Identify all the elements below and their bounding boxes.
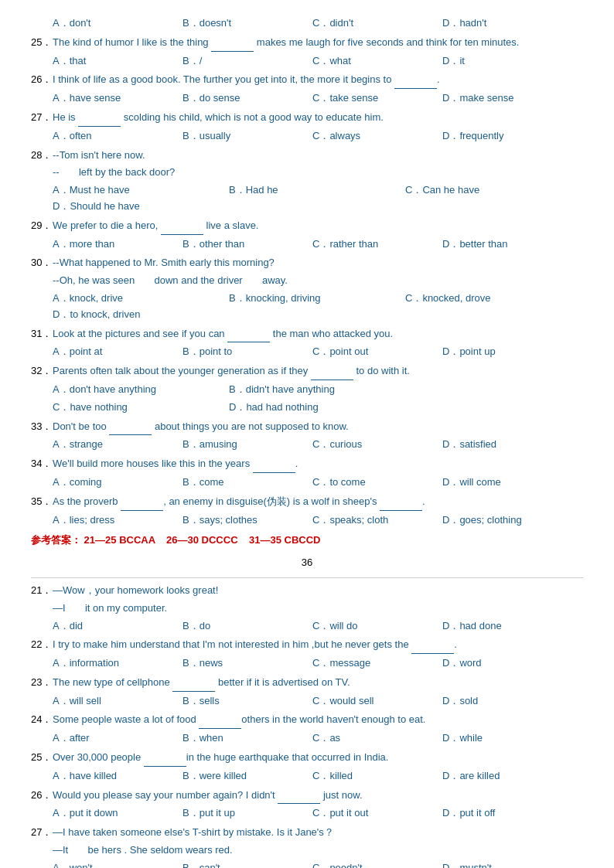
option-b: B．come	[182, 475, 306, 491]
option-d: D．are killed	[442, 768, 566, 785]
option-d: D．frequently	[442, 128, 566, 145]
question-28-top-2: -- left by the back door?	[53, 165, 583, 181]
question-25-bottom: 25． Over 30,000 people in the huge earth…	[31, 750, 583, 767]
option-c: C．as	[312, 730, 436, 747]
option-c: C．killed	[312, 768, 436, 785]
option-a: A．after	[53, 730, 176, 747]
option-a: A．lies; dress	[53, 512, 176, 529]
option-b: B．amusing	[182, 437, 306, 453]
option-b: B．/	[182, 53, 306, 70]
option-c: C．message	[312, 655, 436, 672]
option-a: A．that	[53, 53, 176, 70]
option-c: C．will do	[312, 618, 436, 635]
option-b: B．when	[182, 730, 306, 747]
option-a: A．information	[53, 655, 176, 672]
option-d: D．had had nothing	[229, 400, 399, 416]
option-a: A．coming	[53, 475, 176, 491]
question-33-top: 33． Don't be too about things you are no…	[31, 419, 583, 436]
option-b: B．Had he	[229, 182, 399, 199]
option-b: B．were killed	[182, 768, 306, 785]
option-c: C．knocked, drove	[405, 291, 575, 307]
option-a: A．point at	[53, 344, 176, 360]
option-b: B．says; clothes	[182, 512, 306, 529]
page-number-top: 36	[31, 555, 583, 571]
option-b: B．doesn't	[182, 15, 306, 32]
option-c: C．Can he have	[405, 182, 575, 199]
option-b: B．news	[182, 655, 306, 672]
option-a: A．more than	[53, 237, 176, 253]
option-c: C．have nothing	[53, 400, 223, 416]
question-28-top-1: 28． --Tom isn't here now.	[31, 148, 583, 164]
option-a: A．don't	[53, 15, 176, 32]
option-d: D．to knock, driven	[53, 307, 223, 323]
option-a: A．Must he have	[53, 182, 223, 199]
option-b: B．other than	[182, 237, 306, 253]
option-d: D．had done	[442, 618, 566, 635]
option-b: B．do sense	[182, 90, 306, 107]
question-25-top: 25． The kind of humor I like is the thin…	[31, 35, 583, 52]
option-c: C．needn't	[312, 860, 436, 868]
option-d: D．mustn't	[442, 860, 566, 868]
question-21-bottom: 21． —Wow，your homework looks great!	[31, 583, 583, 599]
option-a: A．don't have anything	[53, 382, 223, 398]
option-b: B．usually	[182, 128, 306, 145]
option-b: B．knocking, driving	[229, 291, 399, 307]
option-a: A．strange	[53, 437, 176, 453]
option-c: C．curious	[312, 437, 436, 453]
question-30-top-1: 30． --What happened to Mr. Smith early t…	[31, 255, 583, 271]
question-34-top: 34． We'll build more houses like this in…	[31, 456, 583, 473]
option-c: C．didn't	[312, 15, 436, 32]
option-b: B．sells	[182, 693, 306, 710]
option-d: D．point up	[442, 344, 566, 360]
option-d: D．it	[442, 53, 566, 70]
option-c: C．always	[312, 128, 436, 145]
option-c: C．rather than	[312, 237, 436, 253]
option-c: C．what	[312, 53, 436, 70]
option-d: D．word	[442, 655, 566, 672]
option-a: A．won't	[53, 860, 176, 868]
option-a: A．put it down	[53, 805, 176, 822]
option-a: A．have killed	[53, 768, 176, 785]
option-d: D．put it off	[442, 805, 566, 822]
question-24-bottom: 24． Some people waste a lot of food othe…	[31, 712, 583, 729]
question-30-top-2: --Oh, he was seen down and the driver aw…	[53, 273, 583, 289]
answer-section: 参考答案： 21—25 BCCAA 26—30 DCCCC 31—35 CBCC…	[31, 533, 583, 549]
question-35-top: 35． As the proverb , an enemy in disguis…	[31, 494, 583, 511]
option-c: C．would sell	[312, 693, 436, 710]
option-c: C．take sense	[312, 90, 436, 107]
option-a: A．have sense	[53, 90, 176, 107]
option-d: D．sold	[442, 693, 566, 710]
option-a: A．will sell	[53, 693, 176, 710]
question-27-bottom-1: 27． —I have taken someone else's T-shirt…	[31, 825, 583, 841]
option-b: B．didn't have anything	[229, 382, 399, 398]
option-d: D．hadn't	[442, 15, 566, 32]
question-26-bottom: 26． Would you please say your number aga…	[31, 788, 583, 805]
option-d: D．will come	[442, 475, 566, 491]
question-32-top: 32． Parents often talk about the younger…	[31, 363, 583, 380]
option-d: D．Should he have	[53, 199, 223, 215]
option-c: C．speaks; cloth	[312, 512, 436, 529]
option-d: D．make sense	[442, 90, 566, 107]
option-a: A．did	[53, 618, 176, 635]
option-d: D．better than	[442, 237, 566, 253]
option-b: B．point to	[182, 344, 306, 360]
question-21-bottom-2: —I it on my computer.	[53, 601, 583, 617]
option-a: A．often	[53, 128, 176, 145]
option-a: A．knock, drive	[53, 291, 223, 307]
option-d: D．while	[442, 730, 566, 747]
option-c: C．point out	[312, 344, 436, 360]
option-b: B．can't	[182, 860, 306, 868]
option-d: D．satisfied	[442, 437, 566, 453]
question-31-top: 31． Look at the pictures and see if you …	[31, 326, 583, 343]
question-27-top: 27． He is scolding his child, which is n…	[31, 110, 583, 127]
question-23-bottom: 23． The new type of cellphone better if …	[31, 675, 583, 692]
option-b: B．put it up	[182, 805, 306, 822]
question-22-bottom: 22． I try to make him understand that I'…	[31, 637, 583, 654]
question-26-top: 26． I think of life as a good book. The …	[31, 72, 583, 89]
question-29-top: 29． We prefer to die a hero, live a slav…	[31, 218, 583, 235]
option-b: B．do	[182, 618, 306, 635]
option-c: C．to come	[312, 475, 436, 491]
question-27-bottom-2: —It be hers . She seldom wears red.	[53, 842, 583, 859]
option-d: D．goes; clothing	[442, 512, 566, 529]
option-c: C．put it out	[312, 805, 436, 822]
